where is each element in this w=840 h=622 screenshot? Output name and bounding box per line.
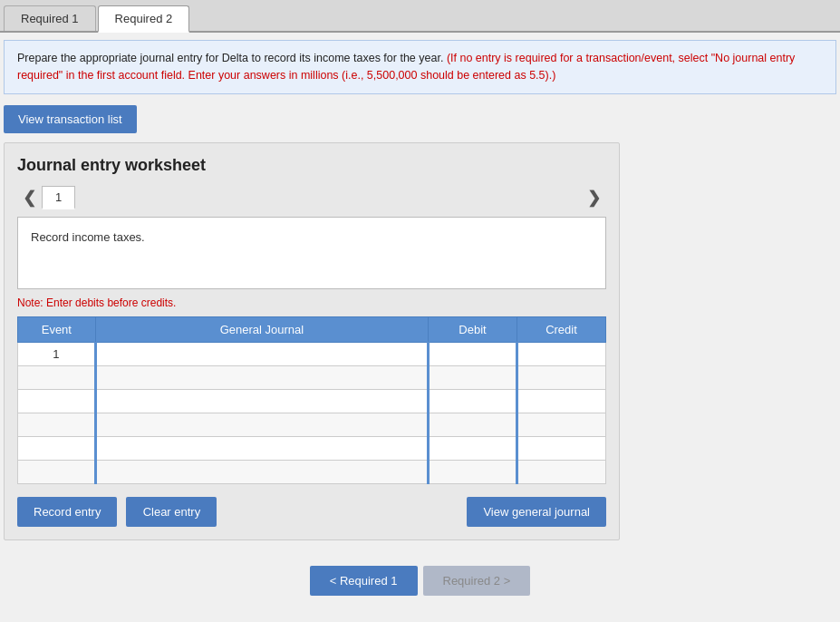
credit-input[interactable]: [518, 366, 605, 388]
debit-input[interactable]: [430, 413, 516, 435]
credit-cell[interactable]: [517, 342, 606, 365]
credit-cell[interactable]: [517, 365, 606, 389]
col-header-credit: Credit: [517, 316, 606, 342]
info-box: Prepare the appropriate journal entry fo…: [4, 40, 836, 94]
event-cell: [18, 460, 96, 483]
general-journal-input[interactable]: [97, 343, 427, 364]
credit-cell[interactable]: [517, 389, 606, 413]
event-cell: [18, 436, 96, 460]
general-journal-cell[interactable]: [95, 460, 428, 483]
general-journal-cell[interactable]: [95, 342, 428, 365]
debit-input[interactable]: [430, 343, 516, 364]
table-row: [18, 389, 606, 413]
general-journal-cell[interactable]: [95, 389, 428, 413]
credit-input[interactable]: [518, 461, 605, 482]
event-cell: [18, 413, 96, 436]
worksheet-title: Journal entry worksheet: [17, 156, 606, 175]
general-journal-input[interactable]: [97, 366, 427, 388]
event-cell: [18, 365, 96, 389]
table-row: 1: [18, 342, 606, 365]
bottom-nav: < Required 1 Required 2 >: [0, 566, 840, 614]
debit-cell[interactable]: [429, 460, 517, 483]
debit-cell[interactable]: [429, 389, 517, 413]
prev-arrow-button[interactable]: ❮: [17, 186, 42, 209]
nav-row: ❮ 1 ❯: [17, 186, 606, 209]
buttons-row: Record entry Clear entry View general jo…: [17, 497, 606, 527]
debit-input[interactable]: [430, 437, 516, 459]
view-general-journal-button[interactable]: View general journal: [467, 497, 606, 527]
tabs-bar: Required 1 Required 2: [0, 0, 840, 33]
tab-required2[interactable]: Required 2: [98, 5, 190, 33]
next-required-button: Required 2 >: [423, 566, 531, 596]
note-text: Note: Enter debits before credits.: [17, 296, 606, 309]
debit-cell[interactable]: [429, 342, 517, 365]
event-cell: 1: [18, 342, 96, 365]
general-journal-input[interactable]: [97, 390, 427, 412]
credit-cell[interactable]: [517, 413, 606, 436]
table-row: [18, 460, 606, 483]
debit-cell[interactable]: [429, 365, 517, 389]
worksheet-container: Journal entry worksheet ❮ 1 ❯ Record inc…: [4, 142, 620, 540]
col-header-debit: Debit: [429, 316, 517, 342]
general-journal-input[interactable]: [97, 437, 427, 459]
credit-cell[interactable]: [517, 460, 606, 483]
credit-input[interactable]: [518, 343, 605, 364]
credit-input[interactable]: [518, 437, 605, 459]
clear-entry-button[interactable]: Clear entry: [126, 497, 217, 527]
debit-input[interactable]: [430, 366, 516, 388]
info-text-normal: Prepare the appropriate journal entry fo…: [17, 52, 443, 64]
view-transaction-button[interactable]: View transaction list: [4, 105, 137, 133]
prev-required-button[interactable]: < Required 1: [310, 566, 418, 596]
table-row: [18, 413, 606, 436]
general-journal-input[interactable]: [97, 413, 427, 435]
next-arrow-button[interactable]: ❯: [582, 186, 606, 209]
credit-input[interactable]: [518, 390, 605, 412]
credit-cell[interactable]: [517, 436, 606, 460]
col-header-event: Event: [18, 316, 96, 342]
debit-cell[interactable]: [429, 413, 517, 436]
tab-required1[interactable]: Required 1: [4, 5, 96, 31]
general-journal-input[interactable]: [97, 461, 427, 482]
description-box: Record income taxes.: [17, 217, 606, 289]
record-entry-button[interactable]: Record entry: [17, 497, 117, 527]
general-journal-cell[interactable]: [95, 365, 428, 389]
col-header-gj: General Journal: [95, 316, 428, 342]
journal-table: Event General Journal Debit Credit 1: [17, 316, 606, 484]
debit-input[interactable]: [430, 461, 516, 482]
debit-cell[interactable]: [429, 436, 517, 460]
credit-input[interactable]: [518, 413, 605, 435]
general-journal-cell[interactable]: [95, 413, 428, 436]
table-row: [18, 365, 606, 389]
table-row: [18, 436, 606, 460]
page-number: 1: [42, 186, 75, 209]
general-journal-cell[interactable]: [95, 436, 428, 460]
event-cell: [18, 389, 96, 413]
debit-input[interactable]: [430, 390, 516, 412]
